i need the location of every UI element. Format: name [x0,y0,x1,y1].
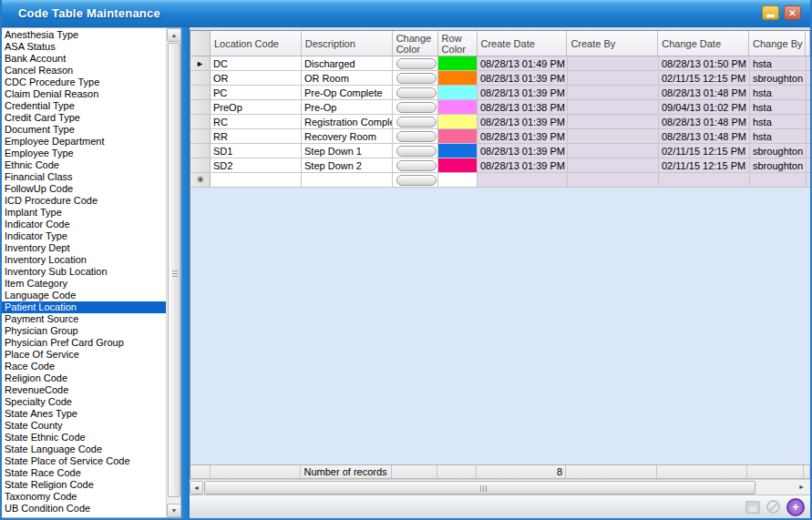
change-color-button[interactable] [396,87,437,98]
sidebar-item[interactable]: State Language Code [2,444,166,455]
description-cell[interactable]: Recovery Room [302,129,393,144]
change-color-button[interactable] [396,58,437,69]
row-color-cell[interactable] [438,173,478,188]
sidebar-item[interactable]: UB Condition Code [2,503,166,515]
close-icon[interactable]: ✕ [784,5,801,20]
save-icon[interactable] [745,501,760,514]
description-cell[interactable]: OR Room [302,71,393,86]
sidebar-item[interactable]: Ethnic Code [2,159,166,171]
sidebar-item[interactable]: Religion Code [2,372,166,384]
scroll-right-icon[interactable]: ► [795,481,808,495]
scroll-down-icon[interactable]: ▼ [167,504,181,517]
column-header[interactable]: Location Code [211,31,302,56]
sidebar-item[interactable]: Anesthesia Type [2,29,166,41]
column-header[interactable]: Change Color [393,31,438,56]
sidebar-item[interactable]: Employee Department [2,136,166,148]
column-header[interactable]: Description [302,31,393,56]
sidebar-item[interactable]: Document Type [2,124,166,136]
scroll-up-icon[interactable]: ▲ [167,28,181,42]
sidebar-item[interactable]: FollowUp Code [2,183,166,195]
sidebar-item[interactable]: Employee Type [2,148,166,159]
change-color-button[interactable] [396,131,437,142]
grid-horizontal-scrollbar[interactable]: ◄ ► [190,479,810,495]
row-color-swatch[interactable] [438,129,477,143]
row-header[interactable] [190,129,211,144]
sidebar-item[interactable]: ICD Procedure Code [2,195,166,207]
row-color-swatch[interactable] [438,115,477,128]
description-cell[interactable]: Registration Complete [302,115,393,129]
location-code-cell[interactable]: RC [211,115,302,129]
sidebar-item[interactable]: State County [2,420,166,432]
sidebar-item[interactable]: Financial Class [2,171,166,183]
sidebar-scroll-thumb[interactable] [168,43,180,497]
sidebar-item[interactable]: Implant Type [2,207,166,219]
sidebar-item[interactable]: Bank Account [2,53,166,65]
change-color-button[interactable] [396,117,437,127]
add-record-icon[interactable]: + [786,498,805,516]
column-header[interactable]: Change By [749,31,806,56]
sidebar-item[interactable]: RevenueCode [2,384,166,396]
change-color-button[interactable] [396,175,437,186]
description-cell[interactable]: Pre-Op [302,100,393,115]
location-code-cell[interactable]: SD1 [211,144,302,158]
sidebar-item[interactable]: Inventory Sub Location [2,266,166,278]
row-header[interactable] [190,158,211,173]
sidebar-item[interactable]: Indicator Type [2,230,166,242]
sidebar-item[interactable]: Specialty Code [2,396,166,408]
sidebar-item[interactable]: Race Code [2,361,166,372]
horizontal-scroll-thumb[interactable] [204,481,755,495]
location-code-cell[interactable] [211,173,302,188]
location-code-cell[interactable]: DC [211,56,302,71]
row-header[interactable] [190,86,211,100]
sidebar-item-selected[interactable]: Patient Location [2,301,166,313]
row-color-swatch[interactable] [438,86,477,99]
row-color-swatch[interactable] [438,158,477,172]
location-code-cell[interactable]: PreOp [211,100,302,115]
sidebar-item[interactable]: Item Category [2,278,166,290]
column-header[interactable]: Create By [567,31,658,56]
change-color-button[interactable] [396,102,437,113]
description-cell[interactable]: Pre-Op Complete [302,86,393,100]
minimize-icon[interactable] [762,5,779,20]
change-color-button[interactable] [396,73,437,84]
change-color-button[interactable] [396,160,437,171]
sidebar-item[interactable]: Taxonomy Code [2,491,166,503]
sidebar-item[interactable]: Claim Denial Reason [2,88,166,100]
sidebar-item[interactable]: State Race Code [2,467,166,479]
sidebar-item[interactable]: Physician Pref Card Group [2,337,166,349]
description-cell[interactable] [302,173,393,188]
description-cell[interactable]: Step Down 2 [302,158,393,173]
sidebar-item[interactable]: Inventory Location [2,254,166,266]
new-row-header[interactable]: ✳ [190,173,211,188]
description-cell[interactable]: Step Down 1 [302,144,393,158]
column-header[interactable]: Create Date [478,31,568,56]
sidebar-item[interactable]: Physician Group [2,325,166,337]
sidebar-item[interactable]: Credential Type [2,100,166,112]
location-code-cell[interactable]: OR [211,71,302,86]
sidebar-item[interactable]: Credit Card Type [2,112,166,124]
row-color-swatch[interactable] [438,56,477,70]
panel-splitter[interactable] [181,27,190,518]
row-color-swatch[interactable] [438,144,477,158]
row-color-swatch[interactable] [438,71,477,85]
sidebar-item[interactable]: State Ethnic Code [2,432,166,444]
sidebar-item[interactable]: Payment Source [2,313,166,325]
row-color-swatch[interactable] [438,100,477,114]
sidebar-item[interactable]: State Place of Service Code [2,455,166,467]
description-cell[interactable]: Discharged [302,56,393,71]
sidebar-item[interactable]: Language Code [2,290,166,301]
row-header[interactable] [190,71,211,86]
location-code-cell[interactable]: RR [211,129,302,144]
location-code-cell[interactable]: PC [211,86,302,100]
sidebar-item[interactable]: Cancel Reason [2,65,166,76]
sidebar-item[interactable]: CDC Procedure Type [2,76,166,88]
row-header[interactable]: ► [190,56,211,71]
row-header[interactable] [190,100,211,115]
column-header[interactable]: Change Date [658,31,749,56]
column-header[interactable]: Row Color [438,31,478,56]
scroll-left-icon[interactable]: ◄ [190,481,203,495]
sidebar-item[interactable]: State Anes Type [2,408,166,420]
cancel-icon[interactable] [766,500,780,514]
sidebar-item[interactable]: Inventory Dept [2,242,166,254]
sidebar-item[interactable]: ASA Status [2,41,166,53]
